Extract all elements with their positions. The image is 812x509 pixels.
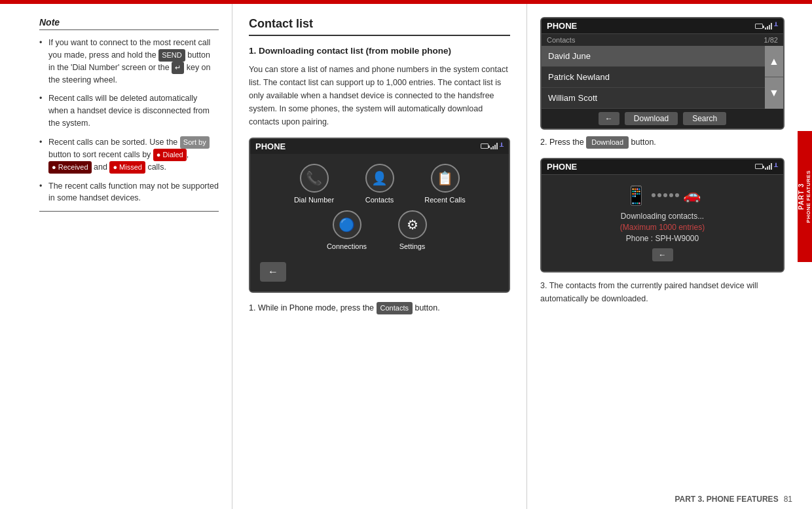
status-icons: ┸ [481, 143, 504, 150]
contacts-item[interactable]: 👤 Contacts [350, 164, 409, 204]
downloading-signal-bars [765, 163, 772, 170]
note-item-2: Recent calls will be deleted automatical… [39, 92, 219, 129]
phone-title: PHONE [255, 141, 286, 151]
back-arrow: ← [605, 114, 613, 123]
dial-number-icon: 📞 [300, 164, 329, 193]
note-bottom-divider [39, 211, 219, 212]
downloading-text3: Phone : SPH-W9000 [548, 234, 777, 243]
contacts-screen: PHONE ┸ Contacts 1/82 [540, 17, 784, 130]
contacts-bluetooth-icon: ┸ [774, 22, 778, 29]
contacts-count: 1/82 [764, 36, 778, 44]
bluetooth-icon: ┸ [500, 143, 504, 150]
car-icon: 🚗 [683, 187, 701, 204]
contacts-subheader: Contacts 1/82 [542, 34, 783, 46]
received-badge: ● Received [48, 161, 92, 174]
side-tab: PART 3 PHONE FEATURES [798, 131, 812, 262]
phone-menu: 📞 Dial Number 👤 Contacts 📋 Recent Calls … [250, 154, 509, 292]
page-container: Note If you want to connect to the most … [0, 4, 798, 509]
nav-up[interactable]: ▲ [765, 46, 783, 77]
contact-name-patrick: Patrick Newland [548, 72, 610, 82]
note-list: If you want to connect to the most recen… [39, 37, 219, 204]
contacts-subheader-left: Contacts [547, 36, 575, 44]
settings-label: Settings [399, 242, 426, 250]
footer-right: 81 [784, 495, 792, 504]
send-badge: SEND [158, 49, 185, 62]
connections-icon: 🔵 [333, 210, 361, 239]
contacts-label: Contacts [365, 196, 394, 204]
left-column: Note If you want to connect to the most … [0, 4, 232, 509]
downloading-header: PHONE ┸ [542, 159, 783, 175]
phone-device-icon: 📱 [625, 185, 648, 206]
dialed-badge: ● Dialed [153, 149, 187, 161]
settings-item[interactable]: ⚙ Settings [383, 210, 442, 250]
contact-row-patrick[interactable]: Patrick Newland [542, 67, 783, 88]
downloading-status-icons: ┸ [755, 163, 778, 170]
downloading-phone-title: PHONE [547, 162, 577, 172]
note-item-1: If you want to connect to the most recen… [39, 37, 219, 86]
downloading-back-wrapper: ← [548, 248, 777, 261]
contacts-back-button[interactable]: ← [599, 112, 619, 125]
sort-badge: Sort by [180, 136, 210, 149]
downloading-body: 📱 🚗 Downloading contacts... (Maximum 100… [542, 175, 783, 271]
mid-column: Contact list 1. Downloading contact list… [232, 4, 527, 509]
footer-left: PART 3. PHONE FEATURES [674, 495, 778, 504]
note-item-3: Recent calls can be sorted. Use the Sort… [39, 136, 219, 174]
connections-label: Connections [327, 242, 367, 250]
search-button[interactable]: Search [683, 112, 726, 125]
phone-screen-header: PHONE ┸ [250, 139, 509, 154]
downloading-text1: Downloading contacts... [548, 212, 777, 221]
contacts-bottom-bar: ← Download Search [542, 109, 783, 128]
download-button[interactable]: Download [625, 112, 678, 125]
recent-calls-label: Recent Calls [424, 196, 465, 204]
contacts-badge: Contacts [377, 302, 413, 314]
back-button-main[interactable]: ← [260, 262, 286, 282]
contact-name-david: David June [548, 51, 591, 61]
recent-calls-icon: 📋 [431, 164, 460, 193]
step1-body: You can store a list of names and phone … [249, 63, 510, 128]
connections-item[interactable]: 🔵 Connections [318, 210, 377, 250]
contacts-phone-title: PHONE [547, 21, 577, 31]
download-icons: 📱 🚗 [548, 185, 777, 206]
contact-name-william: William Scott [548, 93, 597, 103]
section-title: Contact list [249, 17, 510, 36]
downloading-back-arrow: ← [659, 250, 667, 259]
settings-icon: ⚙ [398, 210, 427, 239]
downloading-text2: (Maximum 1000 entries) [548, 223, 777, 232]
step3-text: 3. The contacts from the currently paire… [540, 279, 784, 305]
page-footer: PART 3. PHONE FEATURES 81 [674, 495, 792, 504]
nav-buttons: ▲ ▼ [765, 46, 783, 109]
side-tab-label: PART 3 PHONE FEATURES [798, 170, 812, 223]
contact-row-william[interactable]: William Scott [542, 88, 783, 109]
downloading-back-button[interactable]: ← [652, 248, 673, 261]
downloading-screen: PHONE ┸ 📱 [540, 158, 784, 273]
note-item-4: The recent calls function may not be sup… [39, 180, 219, 205]
contacts-icon: 👤 [365, 164, 394, 193]
note-title: Note [39, 17, 219, 30]
right-column: PHONE ┸ Contacts 1/82 [527, 4, 798, 509]
dial-number-item[interactable]: 📞 Dial Number [285, 164, 344, 204]
downloading-bluetooth-icon: ┸ [774, 163, 778, 170]
phone-main-screen: PHONE ┸ 📞 Dial Numb [249, 138, 510, 293]
contacts-status-icons: ┸ [755, 22, 778, 29]
download-badge: Download [586, 136, 629, 149]
contact-row-david[interactable]: David June [542, 46, 783, 67]
green-key-badge: ↵ [172, 62, 184, 74]
transfer-dots [652, 193, 679, 197]
contacts-signal-bars [765, 23, 772, 29]
nav-down[interactable]: ▼ [765, 77, 783, 109]
recent-calls-item[interactable]: 📋 Recent Calls [416, 164, 475, 204]
step1-heading: 1. Downloading contact list (from mobile… [249, 45, 510, 58]
contacts-screen-header: PHONE ┸ [542, 18, 783, 34]
dial-number-label: Dial Number [294, 196, 334, 204]
contacts-list-wrapper: David June Patrick Newland William Scott… [542, 46, 783, 109]
step2-text: 2. Press the Download button. [540, 136, 784, 149]
step1-sub-label: 1. While in Phone mode, press the Contac… [249, 302, 510, 314]
signal-bars [490, 143, 498, 149]
missed-badge: ● Missed [109, 161, 145, 174]
